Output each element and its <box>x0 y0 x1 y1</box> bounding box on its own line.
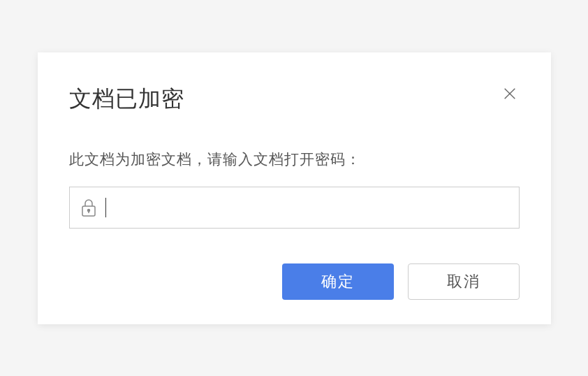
dialog-footer: 确定 取消 <box>69 263 520 300</box>
dialog-header: 文档已加密 <box>69 84 520 115</box>
prompt-text: 此文档为加密文档，请输入文档打开密码： <box>69 150 520 169</box>
close-button[interactable] <box>500 84 520 103</box>
confirm-button[interactable]: 确定 <box>282 263 394 300</box>
password-dialog: 文档已加密 此文档为加密文档，请输入文档打开密码： 确定 <box>38 52 551 324</box>
dialog-body: 此文档为加密文档，请输入文档打开密码： <box>69 150 520 229</box>
password-input[interactable] <box>106 187 508 228</box>
close-icon <box>502 86 517 101</box>
lock-icon <box>80 198 97 217</box>
cancel-button[interactable]: 取消 <box>408 263 520 300</box>
password-field-container[interactable] <box>69 187 520 229</box>
dialog-title: 文档已加密 <box>69 84 184 115</box>
